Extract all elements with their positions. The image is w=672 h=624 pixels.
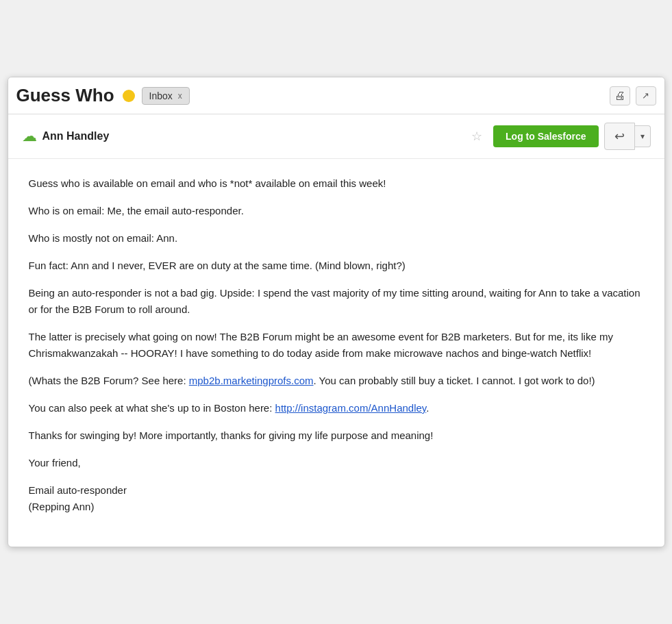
reply-button[interactable]: ↩ [604, 123, 635, 150]
email-paragraph-11: Email auto-responder (Repping Ann) [29, 482, 644, 515]
marketingprofs-link[interactable]: mpb2b.marketingprofs.com [189, 375, 314, 386]
title-bar-actions: 🖨 ↗ [610, 86, 656, 105]
paragraph-8-suffix: . [426, 402, 429, 414]
tab-label: Inbox [149, 90, 173, 101]
yellow-dot-icon [123, 90, 135, 102]
sender-cloud-icon: ☁ [22, 127, 37, 145]
email-paragraph-4: Fun fact: Ann and I never, EVER are on d… [29, 258, 644, 274]
tab-close-button[interactable]: x [178, 91, 182, 101]
app-title: Guess Who [16, 85, 114, 106]
star-icon[interactable]: ☆ [471, 129, 482, 144]
email-paragraph-6: The latter is precisely what going on no… [29, 329, 644, 362]
email-paragraph-10: Your friend, [29, 455, 644, 471]
paragraph-8-prefix: You can also peek at what she's up to in… [29, 402, 275, 414]
log-to-salesforce-button[interactable]: Log to Salesforce [493, 125, 598, 147]
inbox-tab[interactable]: Inbox x [142, 87, 190, 105]
print-button[interactable]: 🖨 [610, 86, 630, 105]
email-paragraph-5: Being an auto-responder is not a bad gig… [29, 285, 644, 318]
reply-dropdown-button[interactable]: ▾ [635, 125, 651, 147]
instagram-link[interactable]: http://instagram.com/AnnHandley [275, 402, 427, 414]
email-paragraph-1: Guess who is available on email and who … [29, 175, 644, 192]
email-header: ☁ Ann Handley ☆ Log to Salesforce ↩ ▾ [8, 114, 664, 159]
print-icon: 🖨 [614, 90, 625, 102]
paragraph-7-prefix: (Whats the B2B Forum? See here: [29, 375, 189, 386]
reply-icon: ↩ [614, 129, 625, 143]
email-body: Guess who is available on email and who … [8, 159, 664, 547]
email-window: Guess Who Inbox x 🖨 ↗ ☁ Ann Handley ☆ Lo… [8, 77, 665, 547]
paragraph-7-suffix: . You can probably still buy a ticket. I… [314, 375, 595, 386]
email-paragraph-7: (Whats the B2B Forum? See here: mpb2b.ma… [29, 373, 644, 389]
email-paragraph-9: Thanks for swinging by! More importantly… [29, 427, 644, 444]
popout-icon: ↗ [642, 90, 649, 101]
popout-button[interactable]: ↗ [636, 86, 656, 105]
email-paragraph-2: Who is on email: Me, the email auto-resp… [29, 203, 644, 219]
email-paragraph-8: You can also peek at what she's up to in… [29, 400, 644, 416]
chevron-down-icon: ▾ [640, 132, 645, 141]
sender-name: Ann Handley [42, 130, 110, 142]
email-paragraph-3: Who is mostly not on email: Ann. [29, 230, 644, 247]
title-bar: Guess Who Inbox x 🖨 ↗ [8, 77, 664, 114]
